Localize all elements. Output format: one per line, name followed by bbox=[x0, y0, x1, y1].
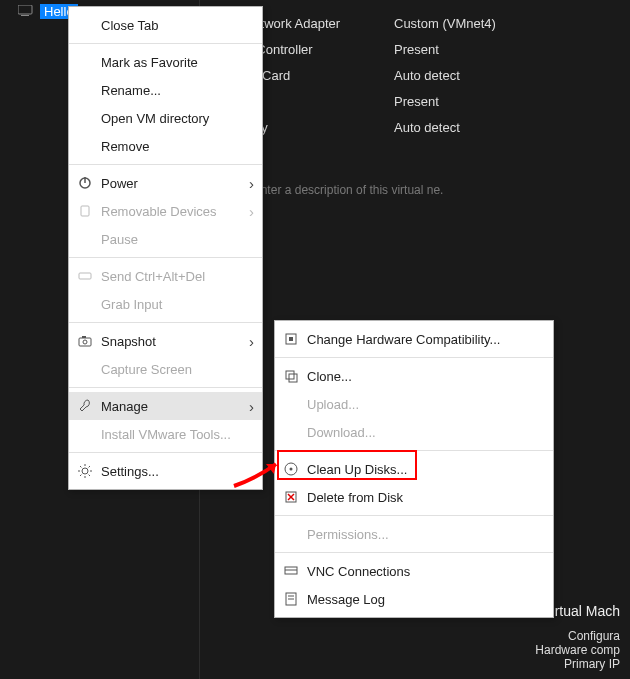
svg-rect-6 bbox=[79, 338, 91, 346]
menu-item-label: Send Ctrl+Alt+Del bbox=[101, 269, 252, 284]
menu-item-capture-screen: Capture Screen bbox=[69, 355, 262, 383]
menu-item-label: Open VM directory bbox=[101, 111, 252, 126]
svg-rect-4 bbox=[81, 206, 89, 216]
menu-item-label: Mark as Favorite bbox=[101, 55, 252, 70]
hardware-value: Present bbox=[394, 42, 439, 57]
menu-item-open-vm-directory[interactable]: Open VM directory bbox=[69, 104, 262, 132]
menu-item-label: Upload... bbox=[307, 397, 543, 412]
power-icon bbox=[75, 174, 95, 192]
menu-item-download: Download... bbox=[275, 418, 553, 446]
hardware-value: Present bbox=[394, 94, 439, 109]
svg-rect-12 bbox=[286, 371, 294, 379]
chevron-right-icon bbox=[249, 175, 254, 192]
hardware-value: Auto detect bbox=[394, 68, 460, 83]
menu-separator bbox=[275, 357, 553, 358]
menu-item-mark-as-favorite[interactable]: Mark as Favorite bbox=[69, 48, 262, 76]
menu-separator bbox=[275, 552, 553, 553]
menu-item-label: Manage bbox=[101, 399, 252, 414]
hardware-name: ter bbox=[244, 94, 394, 109]
hardware-row[interactable]: play Auto detect bbox=[220, 114, 610, 140]
wrench-icon bbox=[75, 397, 95, 415]
blank-icon bbox=[281, 395, 301, 413]
menu-item-clean-up-disks[interactable]: Clean Up Disks... bbox=[275, 455, 553, 483]
keys-icon bbox=[75, 267, 95, 285]
svg-point-15 bbox=[290, 468, 293, 471]
chevron-right-icon bbox=[249, 398, 254, 415]
hardware-row[interactable]: ter Present bbox=[220, 88, 610, 114]
menu-item-manage[interactable]: Manage bbox=[69, 392, 262, 420]
manage-submenu: Change Hardware Compatibility...Clone...… bbox=[274, 320, 554, 618]
chevron-right-icon bbox=[249, 333, 254, 350]
description-hint[interactable]: ere to enter a description of this virtu… bbox=[220, 182, 610, 199]
menu-item-rename[interactable]: Rename... bbox=[69, 76, 262, 104]
menu-item-label: Removable Devices bbox=[101, 204, 252, 219]
menu-item-label: Settings... bbox=[101, 464, 252, 479]
svg-point-7 bbox=[83, 340, 87, 344]
menu-separator bbox=[69, 387, 262, 388]
menu-item-settings[interactable]: Settings... bbox=[69, 457, 262, 485]
usb-icon bbox=[75, 202, 95, 220]
menu-item-label: Grab Input bbox=[101, 297, 252, 312]
menu-item-label: Change Hardware Compatibility... bbox=[307, 332, 543, 347]
chevron-right-icon bbox=[249, 203, 254, 220]
vm-details-line: Configura bbox=[520, 629, 620, 643]
hardware-value: Auto detect bbox=[394, 120, 460, 135]
hardware-row[interactable]: B Controller Present bbox=[220, 36, 610, 62]
hardware-name: Network Adapter bbox=[244, 16, 394, 31]
menu-item-message-log[interactable]: Message Log bbox=[275, 585, 553, 613]
hardware-name: nd Card bbox=[244, 68, 394, 83]
blank-icon bbox=[75, 109, 95, 127]
menu-item-change-hardware-compatibility[interactable]: Change Hardware Compatibility... bbox=[275, 325, 553, 353]
menu-item-send-ctrl-alt-del: Send Ctrl+Alt+Del bbox=[69, 262, 262, 290]
menu-item-label: Power bbox=[101, 176, 252, 191]
blank-icon bbox=[75, 360, 95, 378]
menu-item-label: Install VMware Tools... bbox=[101, 427, 252, 442]
description-header: ription bbox=[220, 160, 610, 178]
menu-item-label: Clone... bbox=[307, 369, 543, 384]
hardware-name: play bbox=[244, 120, 394, 135]
svg-rect-13 bbox=[289, 374, 297, 382]
menu-item-snapshot[interactable]: Snapshot bbox=[69, 327, 262, 355]
menu-item-clone[interactable]: Clone... bbox=[275, 362, 553, 390]
menu-item-label: Pause bbox=[101, 232, 252, 247]
menu-item-delete-from-disk[interactable]: Delete from Disk bbox=[275, 483, 553, 511]
menu-item-grab-input: Grab Input bbox=[69, 290, 262, 318]
menu-item-label: Close Tab bbox=[101, 18, 252, 33]
menu-item-install-vmware-tools: Install VMware Tools... bbox=[69, 420, 262, 448]
delete-icon bbox=[281, 488, 301, 506]
menu-item-power[interactable]: Power bbox=[69, 169, 262, 197]
clone-icon bbox=[281, 367, 301, 385]
blank-icon bbox=[75, 137, 95, 155]
hardware-row[interactable]: nd Card Auto detect bbox=[220, 62, 610, 88]
blank-icon bbox=[75, 81, 95, 99]
svg-rect-11 bbox=[289, 337, 293, 341]
vm-details-line: Hardware comp bbox=[520, 643, 620, 657]
svg-point-9 bbox=[82, 468, 88, 474]
menu-item-pause: Pause bbox=[69, 225, 262, 253]
chip-icon bbox=[281, 330, 301, 348]
menu-item-upload: Upload... bbox=[275, 390, 553, 418]
menu-item-vnc-connections[interactable]: VNC Connections bbox=[275, 557, 553, 585]
menu-item-close-tab[interactable]: Close Tab bbox=[69, 11, 262, 39]
menu-item-label: Capture Screen bbox=[101, 362, 252, 377]
hardware-row[interactable]: ▭ Network Adapter Custom (VMnet4) bbox=[220, 10, 610, 36]
svg-rect-5 bbox=[79, 273, 91, 279]
menu-separator bbox=[69, 257, 262, 258]
menu-separator bbox=[275, 450, 553, 451]
blank-icon bbox=[75, 425, 95, 443]
vnc-icon bbox=[281, 562, 301, 580]
svg-rect-0 bbox=[18, 5, 32, 14]
menu-separator bbox=[69, 43, 262, 44]
menu-item-label: Snapshot bbox=[101, 334, 252, 349]
blank-icon bbox=[281, 423, 301, 441]
camera-icon bbox=[75, 332, 95, 350]
vm-details-line: Primary IP bbox=[520, 657, 620, 671]
menu-item-label: Rename... bbox=[101, 83, 252, 98]
menu-item-label: Remove bbox=[101, 139, 252, 154]
menu-separator bbox=[69, 452, 262, 453]
menu-separator bbox=[69, 322, 262, 323]
menu-item-remove[interactable]: Remove bbox=[69, 132, 262, 160]
menu-item-permissions: Permissions... bbox=[275, 520, 553, 548]
blank-icon bbox=[75, 230, 95, 248]
log-icon bbox=[281, 590, 301, 608]
